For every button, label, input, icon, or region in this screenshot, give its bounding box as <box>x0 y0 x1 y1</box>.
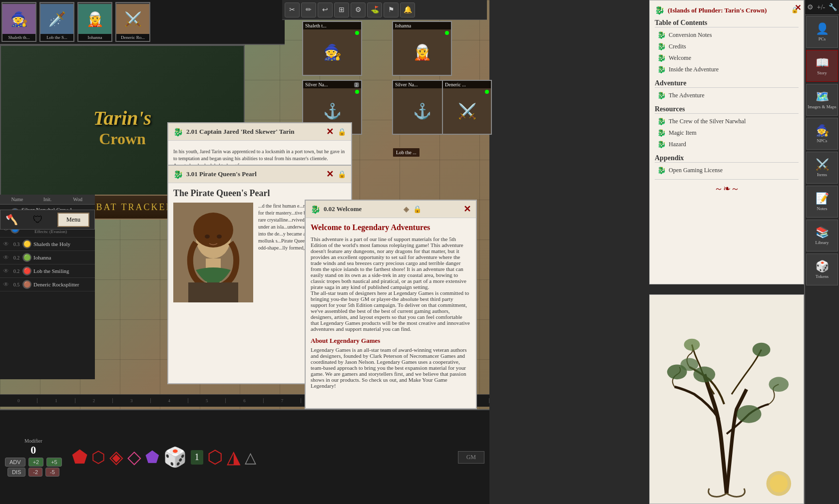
tool-btn-1[interactable]: ✏ <box>301 2 316 17</box>
pirate-queen-portrait <box>173 203 253 302</box>
sub-button[interactable]: -5 <box>45 468 59 477</box>
toc-item-conversion[interactable]: 🐉 Conversion Notes <box>655 29 799 41</box>
token-icon: 🔴 <box>22 266 31 275</box>
add-button[interactable]: +5 <box>46 458 62 467</box>
dice-d20-2[interactable]: ⬡ <box>207 447 223 468</box>
char-portrait-1[interactable]: 🗡️ Lob the S... <box>39 2 74 42</box>
toc-item-ogl[interactable]: 🐉 Open Gaming License <box>655 165 799 176</box>
toc-item-welcome[interactable]: 🐉 Welcome <box>655 52 799 64</box>
tool-btn-4[interactable]: ⚙ <box>351 2 366 17</box>
dice-modifier-icon[interactable]: △ <box>245 449 256 466</box>
token-label-iohanna: Iohanna <box>393 22 451 29</box>
svg-point-6 <box>769 377 789 392</box>
window-welcome-gold-icon: ◈ <box>404 205 409 214</box>
dis-label[interactable]: DIS <box>7 468 25 477</box>
dice-d10[interactable]: ◇ <box>127 447 141 468</box>
tool-btn-0[interactable]: ✂ <box>285 2 300 17</box>
svg-point-5 <box>753 343 771 357</box>
scale-7: 7 <box>264 398 301 403</box>
toc-item-label: The Crew of the Silver Narwhal <box>669 118 746 125</box>
sidebar-plus-icon[interactable]: +/- <box>817 3 825 11</box>
dice-d12[interactable]: ⬟ <box>145 448 159 467</box>
init-name: Shaleth the Holy <box>33 241 92 247</box>
sidebar-settings-icon[interactable]: ⚙ <box>807 3 814 11</box>
toc-item-credits[interactable]: 🐉 Credits <box>655 41 799 52</box>
dice-d8[interactable]: ◈ <box>109 447 123 468</box>
window-welcome-close[interactable]: ✕ <box>463 204 471 215</box>
init-row[interactable]: 👁 0.5 🟤 Deneric Rocksplitter <box>0 278 95 291</box>
tool-btn-5[interactable]: ⛳ <box>367 2 382 17</box>
token-iohanna[interactable]: Iohanna 🧝 <box>392 21 452 76</box>
toc-close-button[interactable]: ✕ <box>795 3 801 12</box>
window-captain-close[interactable]: ✕ <box>326 126 334 137</box>
sidebar-btn-pcs[interactable]: 👤 PCs <box>806 16 838 48</box>
tool-btn-7[interactable]: 🔔 <box>400 2 415 17</box>
menu-button[interactable]: Menu <box>57 213 89 227</box>
svg-point-14 <box>217 235 222 239</box>
axe-icon[interactable]: 🪓 <box>5 214 18 226</box>
init-col-init: Init. <box>32 197 63 202</box>
toc-section-resources: Resources <box>655 105 799 114</box>
window-welcome-lock[interactable]: 🔒 <box>413 205 421 214</box>
visibility-icon: 👁 <box>3 241 9 248</box>
shield-icon[interactable]: 🛡 <box>33 214 43 226</box>
token-shaleth[interactable]: Shaleth t... 🧙 <box>302 21 362 76</box>
token-lob[interactable]: Lob the ... <box>392 147 420 158</box>
sidebar-btn-tokens[interactable]: 🎲 Tokens <box>806 253 838 285</box>
dice-d20-1[interactable]: 🎲 <box>163 446 187 468</box>
dis-minus-button[interactable]: -2 <box>28 468 42 477</box>
sidebar-btn-library[interactable]: 📚 Library <box>806 220 838 252</box>
init-row[interactable]: 👁 0.3 🟡 Shaleth the Holy <box>0 238 95 251</box>
sidebar-btn-items[interactable]: ⚔️ Items <box>806 152 838 184</box>
sidebar-btn-notes[interactable]: 📝 Notes <box>806 186 838 218</box>
tool-btn-2[interactable]: ↩ <box>318 2 333 17</box>
toc-item-magic[interactable]: 🐉 Magic Item <box>655 127 799 139</box>
dice-d100[interactable]: ◮ <box>227 447 241 468</box>
adv-plus-button[interactable]: +2 <box>28 458 44 467</box>
scale-5: 5 <box>188 398 226 403</box>
toc-bullet-icon: 🐉 <box>657 31 666 39</box>
dice-d1[interactable]: 1 <box>191 450 203 465</box>
sidebar-btn-story[interactable]: 📖 Story <box>806 50 838 82</box>
toc-item-label: The Adventure <box>669 92 705 99</box>
window-captain-title: 2.01 Captain Jared 'Red Skewer' Tarin <box>186 128 294 136</box>
toc-bullet-icon: 🐉 <box>657 140 666 149</box>
window-captain-lock[interactable]: 🔒 <box>338 128 346 136</box>
char-portrait-3[interactable]: ⚔️ Deneric Ro... <box>115 2 150 42</box>
toc-title-text: (Islands of Plunder: Tarin's Crown) <box>668 6 767 14</box>
tool-btn-3[interactable]: ⊞ <box>334 2 349 17</box>
sidebar-btn-images[interactable]: 🗺️ Images & Maps <box>806 84 838 116</box>
init-row[interactable]: 👁 0.2 🟢 Iohanna <box>0 251 95 264</box>
svg-point-4 <box>684 339 700 351</box>
gm-label[interactable]: GM <box>458 451 484 464</box>
svg-point-9 <box>770 475 788 493</box>
toc-item-adventure[interactable]: 🐉 The Adventure <box>655 90 799 101</box>
toc-item-inside[interactable]: 🐉 Inside the Adventure <box>655 64 799 75</box>
tool-btn-6[interactable]: ⚑ <box>384 2 399 17</box>
char-portrait-2[interactable]: 🧝 Iohanna <box>77 2 112 42</box>
init-row[interactable]: 👁 0.2 🔴 Lob the Smiling <box>0 264 95 278</box>
toc-item-crew[interactable]: 🐉 The Crew of the Silver Narwhal <box>655 116 799 127</box>
window-pirate-lock[interactable]: 🔒 <box>338 170 346 179</box>
visibility-icon: 👁 <box>3 267 9 275</box>
sidebar-btn-npcs[interactable]: 🧙 NPCs <box>806 118 838 150</box>
sidebar-gear-icon[interactable]: 🔧 <box>829 3 837 11</box>
dice-d6[interactable]: ⬡ <box>91 448 105 467</box>
window-captain-header: 🐉 2.01 Captain Jared 'Red Skewer' Tarin … <box>168 123 351 141</box>
window-pirate-header: 🐉 3.01 Pirate Queen's Pearl ✕ 🔒 <box>168 166 351 183</box>
window-icon: 🐉 <box>173 127 183 137</box>
images-icon: 🗺️ <box>816 90 829 103</box>
window-pirate-close[interactable]: ✕ <box>326 169 334 180</box>
welcome-main-title: Welcome to Legendary Adventures <box>311 223 471 232</box>
token-img-deneric: ⚔️ <box>443 88 491 134</box>
toc-item-hazard[interactable]: 🐉 Hazard <box>655 139 799 150</box>
sidebar-label-pcs: PCs <box>819 36 826 41</box>
tokens-icon: 🎲 <box>816 260 829 273</box>
dice-d4[interactable]: ⬟ <box>72 447 87 468</box>
scale-0: 0 <box>0 398 37 403</box>
window-welcome: 🐉 0.02 Welcome ◈ 🔒 ✕ Welcome to Legendar… <box>305 200 477 409</box>
token-deneric[interactable]: Deneric ... ⚔️ <box>442 80 492 135</box>
char-portrait-0[interactable]: 🧙 Shaleth th... <box>1 2 36 42</box>
toc-bullet-icon: 🐉 <box>657 91 666 100</box>
adv-label[interactable]: ADV <box>5 458 25 467</box>
